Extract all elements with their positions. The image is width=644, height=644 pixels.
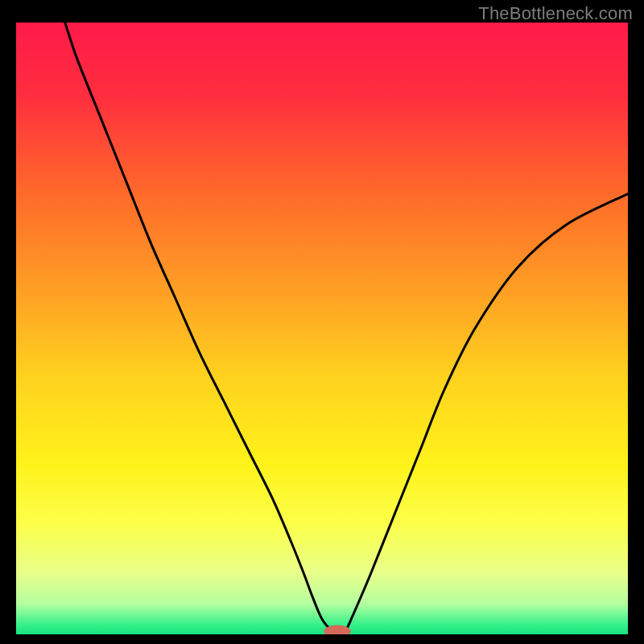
plot-area xyxy=(16,23,628,634)
chart-frame: TheBottleneck.com xyxy=(0,0,644,644)
bottleneck-chart xyxy=(16,23,628,634)
gradient-background xyxy=(16,23,628,634)
watermark-text: TheBottleneck.com xyxy=(478,3,633,24)
